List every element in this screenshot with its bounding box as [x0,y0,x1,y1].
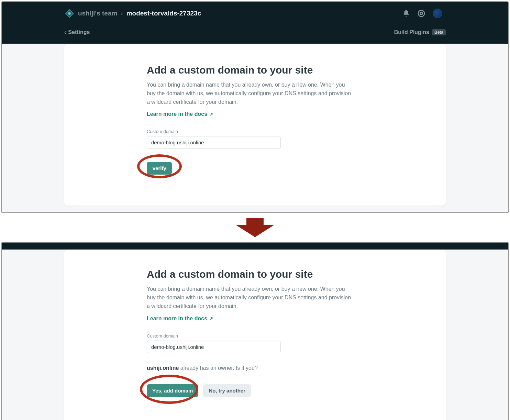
owner-message-suffix: already has an owner. Is it you? [179,365,257,371]
docs-link-label: Learn more in the docs [147,316,207,322]
build-plugins-label: Build Plugins [394,29,429,35]
breadcrumb-team[interactable]: ushiji's team [78,10,117,17]
svg-point-3 [418,10,424,16]
page-title: Add a custom domain to your site [147,64,360,76]
breadcrumb: ushiji's team › modest-torvalds-27323c [64,8,201,19]
app-header: ushiji's team › modest-torvalds-27323c [2,2,508,47]
custom-domain-card: Add a custom domain to your site You can… [64,44,446,206]
back-to-settings-link[interactable]: ‹ Settings [64,29,90,35]
header-actions [402,9,442,18]
breadcrumb-site[interactable]: modest-torvalds-27323c [126,10,201,17]
owner-domain-name: ushiji.online [147,365,179,371]
domain-owner-message: ushiji.online already has an owner. Is i… [147,365,360,371]
verify-button[interactable]: Verify [147,162,172,175]
external-link-icon: ↗ [209,112,213,117]
yes-add-domain-button[interactable]: Yes, add domain [147,384,198,397]
page-title: Add a custom domain to your site [147,268,360,280]
page-description: You can bring a domain name that you alr… [147,285,353,310]
external-link-icon: ↗ [209,316,213,321]
transition-arrow-icon [0,213,510,241]
netlify-logo-icon [64,8,75,19]
custom-domain-input[interactable] [147,136,281,149]
custom-domain-card: Add a custom domain to your site You can… [64,250,446,420]
docs-link-label: Learn more in the docs [147,111,207,117]
svg-point-4 [420,12,422,14]
beta-badge: Beta [432,29,446,35]
learn-more-docs-link[interactable]: Learn more in the docs ↗ [147,316,213,322]
chevron-left-icon: ‹ [64,29,66,35]
breadcrumb-separator-icon: › [121,10,123,17]
custom-domain-field-label: Custom domain [147,129,360,134]
help-lifebuoy-icon[interactable] [418,10,425,17]
learn-more-docs-link[interactable]: Learn more in the docs ↗ [147,111,213,117]
svg-marker-5 [236,218,274,237]
back-label: Settings [68,29,90,35]
bell-icon[interactable] [402,10,410,17]
build-plugins-link[interactable]: Build Plugins Beta [394,29,446,35]
user-avatar[interactable] [433,9,442,18]
frame-confirm-step: Add a custom domain to your site You can… [1,242,509,420]
custom-domain-input[interactable] [147,341,281,353]
page-description: You can bring a domain name that you alr… [147,81,353,106]
no-try-another-button[interactable]: No, try another [203,384,251,397]
custom-domain-field-label: Custom domain [147,333,360,339]
frame-verify-step: ushiji's team › modest-torvalds-27323c [1,1,509,213]
